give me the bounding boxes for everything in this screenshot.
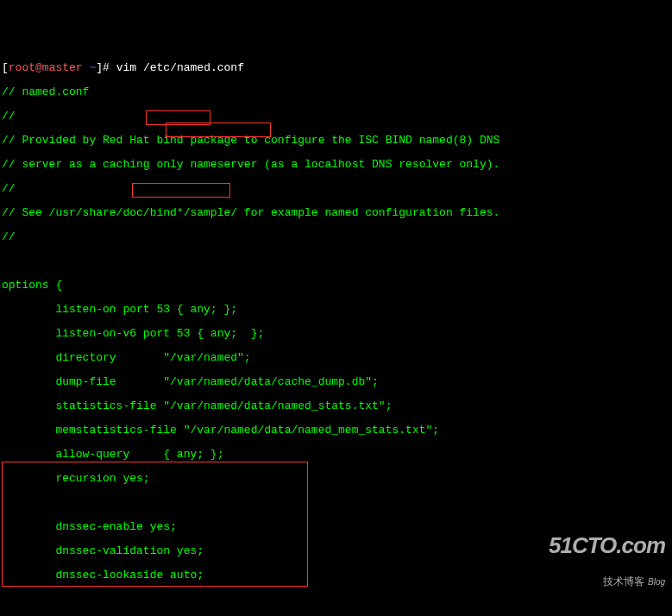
comment-line: // See /usr/share/doc/bind*/sample/ for … xyxy=(2,207,670,219)
options-dnssec-validation: dnssec-validation yes; xyxy=(2,545,670,557)
listen-value: { any; }; xyxy=(177,303,237,316)
comment-line: // xyxy=(2,183,670,195)
comment-line: // xyxy=(2,231,670,243)
options-dnssec-enable: dnssec-enable yes; xyxy=(2,521,670,533)
options-dnssec-lookaside: dnssec-lookaside auto; xyxy=(2,569,670,581)
options-open: options { xyxy=(2,280,670,292)
comment-line: // server as a caching only nameserver (… xyxy=(2,159,670,171)
comment-line: // named.conf xyxy=(2,86,670,98)
prompt-user: root xyxy=(9,61,35,74)
options-recursion: recursion yes; xyxy=(2,473,670,485)
comment-line: // Provided by Red Hat bind package to c… xyxy=(2,135,670,147)
prompt-symbol: # xyxy=(103,61,110,74)
prompt-host: master xyxy=(42,61,83,74)
options-listen6: listen-on-v6 port 53 { any; }; xyxy=(2,328,670,340)
options-directory: directory "/var/named"; xyxy=(2,352,670,364)
listen6-value: { any; }; xyxy=(197,327,264,340)
options-allowquery: allow-query { any; }; xyxy=(2,449,670,461)
terminal-editor[interactable]: [root@master ~]# vim /etc/named.conf // … xyxy=(0,48,672,616)
options-dumpfile: dump-file "/var/named/data/cache_dump.db… xyxy=(2,376,670,388)
comment-line: // xyxy=(2,110,670,123)
allowquery-value: { any; }; xyxy=(163,448,223,461)
prompt-line: [root@master ~]# vim /etc/named.conf xyxy=(2,62,670,74)
options-stats: statistics-file "/var/named/data/named_s… xyxy=(2,400,670,412)
options-memstats: memstatistics-file "/var/named/data/name… xyxy=(2,424,670,437)
options-listen: listen-on port 53 { any; }; xyxy=(2,304,670,316)
prompt-command: vim /etc/named.conf xyxy=(116,61,244,74)
